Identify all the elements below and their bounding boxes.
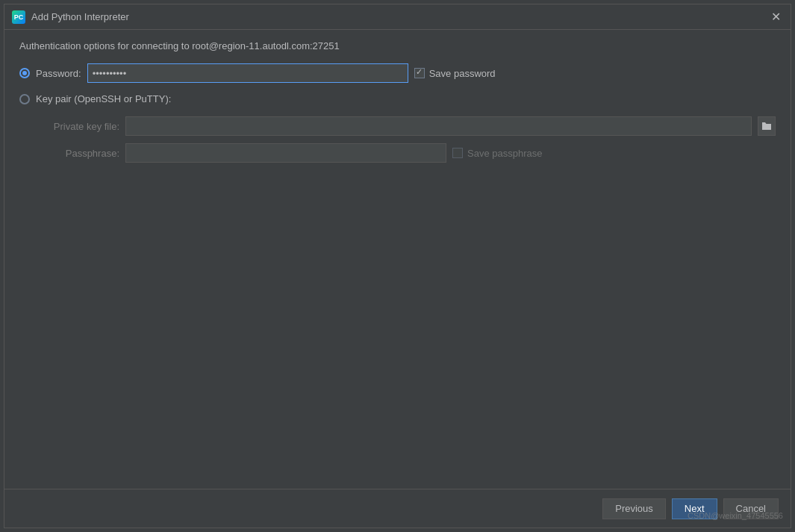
keypair-radio-label: Key pair (OpenSSH or PuTTY): [36, 93, 171, 104]
dialog-content: Authentication options for connecting to… [4, 30, 791, 489]
private-key-label: Private key file: [37, 121, 119, 132]
save-passphrase-checkbox[interactable] [452, 148, 463, 158]
save-password-label: Save password [429, 68, 496, 79]
passphrase-input[interactable] [125, 143, 446, 163]
keypair-radio[interactable] [19, 94, 30, 104]
app-logo-icon: PC [12, 10, 25, 24]
save-password-row: Save password [414, 68, 496, 79]
passphrase-label: Passphrase: [37, 148, 119, 159]
password-option-row: Password: Save password [19, 63, 776, 83]
dialog-subtitle: Authentication options for connecting to… [19, 40, 776, 51]
keypair-fields: Private key file: Passphrase: Save passp… [37, 116, 776, 163]
add-python-interpreter-dialog: PC Add Python Interpreter ✕ Authenticati… [4, 4, 791, 528]
dialog-title: Add Python Interpreter [31, 11, 129, 22]
private-key-row: Private key file: [37, 116, 776, 136]
close-button[interactable]: ✕ [768, 10, 783, 25]
auth-form: Password: Save password Key pair (OpenSS… [19, 63, 776, 163]
private-key-input[interactable] [125, 116, 752, 136]
password-radio[interactable] [19, 68, 30, 78]
dialog-footer: Previous Next Cancel [4, 489, 791, 528]
previous-button[interactable]: Previous [602, 498, 666, 519]
title-bar: PC Add Python Interpreter ✕ [4, 4, 791, 30]
watermark: CSDN@weixin_47545556 [688, 511, 783, 520]
save-passphrase-label: Save passphrase [467, 148, 542, 159]
save-passphrase-row: Save passphrase [452, 148, 542, 159]
keypair-option-row: Key pair (OpenSSH or PuTTY): [19, 93, 776, 104]
passphrase-row: Passphrase: Save passphrase [37, 143, 776, 163]
password-input[interactable] [87, 63, 408, 83]
browse-button[interactable] [758, 116, 776, 136]
password-radio-label: Password: [36, 68, 81, 79]
save-password-checkbox[interactable] [414, 68, 425, 78]
folder-icon [761, 122, 772, 131]
